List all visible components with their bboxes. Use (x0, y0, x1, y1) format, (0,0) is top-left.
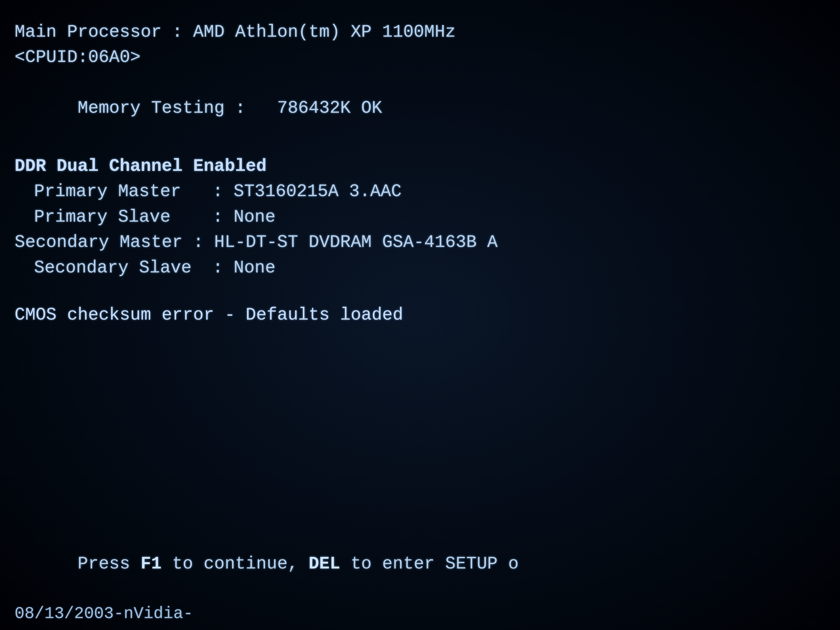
memory-testing-value: 786432K OK (277, 98, 382, 118)
ddr-dual-channel-line: DDR Dual Channel Enabled (14, 154, 826, 179)
secondary-master-line: Secondary Master : HL-DT-ST DVDRAM GSA-4… (14, 230, 826, 255)
cpuid-line: <CPUID:06A0> (14, 45, 826, 70)
primary-slave-line: Primary Slave : None (14, 204, 826, 230)
date-line: 08/13/2003-nVidia- (14, 602, 826, 625)
cmos-error-line: CMOS checksum error - Defaults loaded (14, 302, 826, 328)
primary-master-line: Primary Master : ST3160215A 3.AAC (14, 179, 826, 204)
f1-key: F1 (141, 554, 162, 574)
to-continue-text: to continue, (162, 554, 309, 574)
memory-testing-line: Memory Testing : 786432K OK (14, 70, 826, 146)
bios-screen: Main Processor : AMD Athlon(tm) XP 1100M… (0, 0, 840, 630)
press-f1-line: Press F1 to continue, DEL to enter SETUP… (14, 526, 826, 602)
secondary-slave-line: Secondary Slave : None (14, 255, 826, 281)
press-text: Press (77, 554, 141, 574)
main-processor-line: Main Processor : AMD Athlon(tm) XP 1100M… (14, 19, 826, 45)
memory-testing-label: Memory Testing : (77, 98, 245, 118)
bios-content: Main Processor : AMD Athlon(tm) XP 1100M… (14, 19, 826, 328)
del-key: DEL (309, 554, 340, 574)
to-enter-text: to enter SETUP o (340, 554, 519, 574)
bottom-section: Press F1 to continue, DEL to enter SETUP… (14, 526, 826, 625)
